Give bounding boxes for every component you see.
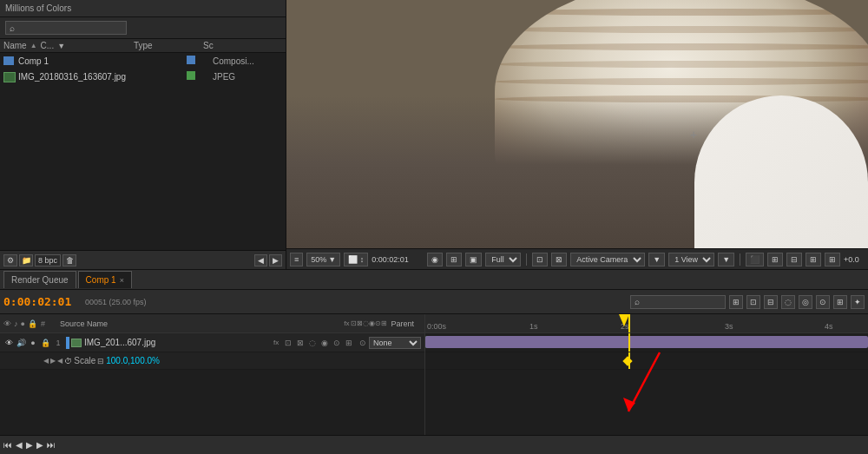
camera-dropdown-button[interactable]: ▼ [648,253,665,266]
audio-toggle[interactable]: 🔊 [16,338,26,348]
comp1-tab-close[interactable]: × [120,276,124,285]
color-swatch-blue [187,56,195,64]
parent-header: Parent [391,319,421,328]
viewer-timecode: 0:00:02:01 [372,255,424,264]
solo-button[interactable]: ⊙ [816,295,830,309]
panel-header: Millions of Colors [0,0,286,17]
lock-header-icon: 🔒 [28,319,37,328]
new-folder-icon[interactable]: 📁 [19,254,33,266]
time-ruler: 0:00s 1s 2s 3s 4s [425,314,868,333]
composition-icon [3,56,16,65]
timeline-search-input[interactable] [630,295,726,309]
go-to-end-button[interactable]: ⏭ [47,440,56,450]
viewer-layout-button[interactable]: ⬛ [746,253,764,266]
step-back-button[interactable]: ◀ [16,440,23,450]
layer-header-icons: 👁 ♪ ● 🔒 [3,319,37,328]
viewer-rulers-button[interactable]: ⊞ [806,253,821,266]
layer-fx-switch[interactable]: fx [271,338,281,348]
parent-select[interactable]: None [369,337,421,349]
snapshot-button[interactable]: ⊞ [446,253,462,266]
stopwatch-icon: ⏱ [64,357,72,365]
current-time-display[interactable]: 0:00:02:01 [3,295,82,308]
property-expand-button[interactable]: ◀ ▶ [43,357,56,365]
view-select[interactable]: 1 View [668,253,714,266]
visibility-toggle[interactable]: 👁 [3,338,14,348]
timeline-section: 0:00:02:01 00051 (25.00 fps) ⊞ ⊡ ⊟ ◌ ◎ ⊙… [0,290,868,454]
step-forward-button[interactable]: ▶ [36,440,43,450]
layer-number: 1 [52,339,64,347]
layer-header: 👁 ♪ ● 🔒 # Source Name fx ⊡⊠◌◉⊙⊞ Parent [0,314,424,333]
zoom-level: 50% [311,255,326,264]
timeline-settings-button[interactable]: ⊟ [764,295,778,309]
delete-icon[interactable]: 🗑 [62,254,76,266]
bowl-stripe [495,43,868,50]
list-item[interactable]: IMG_20180316_163607.jpg JPEG [0,69,286,84]
project-settings-icon[interactable]: ⚙ [3,254,17,266]
go-to-start-button[interactable]: ⏮ [3,440,12,450]
camera-record-button[interactable]: ◉ [427,253,443,266]
camera-select[interactable]: Active Camera [570,253,645,266]
viewer-safe-zones-button[interactable]: ⊟ [786,253,802,266]
viewer-guides-button[interactable]: ⊞ [825,253,840,266]
zoom-button[interactable]: 50% ▼ [306,253,340,266]
layer-switch-2[interactable]: ⊠ [295,338,306,348]
list-item[interactable]: Comp 1 Composi... [0,53,286,69]
timeline-icon-btn-extra[interactable]: ✦ [851,295,865,309]
layer-visibility-icons: 👁 🔊 ● 🔒 [3,338,50,348]
comp1-tab-label: Comp 1 [86,275,116,285]
viewer-settings-button[interactable]: ≡ [290,253,303,266]
fps-display: 00051 (25.00 fps) [85,298,147,306]
sort-arrows[interactable]: ▲ [30,42,37,49]
motion-blur-button[interactable]: ◌ [781,295,795,309]
play-pause-button[interactable]: ▶ [26,440,33,450]
tab-render-queue[interactable]: Render Queue [3,271,76,288]
layer-switch-6[interactable]: ⊞ [344,338,354,348]
draft-3d-button[interactable]: ◎ [799,295,812,309]
search-bar-area [0,17,286,39]
nav-left-icon[interactable]: ◀ [57,357,62,365]
prev-item-button[interactable]: ◀ [254,254,267,266]
lock-toggle[interactable]: 🔒 [40,338,50,348]
show-channel-button[interactable]: ▣ [465,253,482,266]
comp1-type: Composi... [213,56,282,66]
layer-controls-panel: 👁 ♪ ● 🔒 # Source Name fx ⊡⊠◌◉⊙⊞ Parent 👁… [0,314,425,435]
jpeg-icon [3,72,16,81]
size-column-header: Sc [203,41,220,50]
quality-select[interactable]: Full [485,253,521,266]
layer-switch-5[interactable]: ⊙ [332,338,342,348]
project-panel: Millions of Colors Name ▲ C... ▼ Type Sc [0,0,286,269]
timeline-expand-button[interactable]: ⊞ [833,295,847,309]
property-row-scale: ◀ ▶ ◀ ⏱ Scale ⊟ 100.0,100.0% [0,352,424,370]
fast-preview-button[interactable]: ⊠ [551,253,567,266]
next-item-button[interactable]: ▶ [269,254,282,266]
project-search-input[interactable] [5,21,127,35]
view-dropdown-button[interactable]: ▼ [718,253,734,266]
layer-switch-3[interactable]: ◌ [307,338,318,348]
playhead-line-ruler [628,314,630,332]
viewer-grid-button[interactable]: ⊞ [767,253,783,266]
resolution-button[interactable]: ⊡ [532,253,548,266]
ruler-mark-3s: 3s [725,322,733,331]
layer-switch-1[interactable]: ⊡ [283,338,293,348]
composition-settings-button[interactable]: ⊡ [746,295,760,309]
solo-toggle[interactable]: ● [28,338,38,348]
name-column-header: Name ▲ C... ▼ [3,41,134,50]
viewer-image: + [286,0,868,269]
new-composition-button[interactable]: ⊞ [729,295,743,309]
scale-value: 100.0,100.0% [106,356,160,365]
layer-parent-area: ⊙ None [359,337,421,349]
project-items-list: Comp 1 Composi... IMG_20180316_163607.jp… [0,53,286,250]
type-column-header: Type [134,41,203,50]
bowl-stripe [495,61,868,68]
fit-to-comp-button[interactable]: ⬜ ↕ [344,253,368,266]
table-row[interactable]: 👁 🔊 ● 🔒 1 IMG_201...607.jpg fx ⊡ ⊠ ◌ ◉ [0,333,424,352]
tab-comp1[interactable]: Comp 1 × [78,271,132,288]
audio-header-icon: ♪ [14,319,18,328]
timeline-bottom-controls: ⏮ ◀ ▶ ▶ ⏭ [0,435,868,454]
separator [526,253,527,266]
filter-icon: ▼ [57,42,65,50]
scale-property-label: Scale [74,356,95,365]
ruler-mark-1s: 1s [529,322,538,331]
link-icon[interactable]: ⊟ [97,357,104,365]
layer-switch-4[interactable]: ◉ [319,338,330,348]
